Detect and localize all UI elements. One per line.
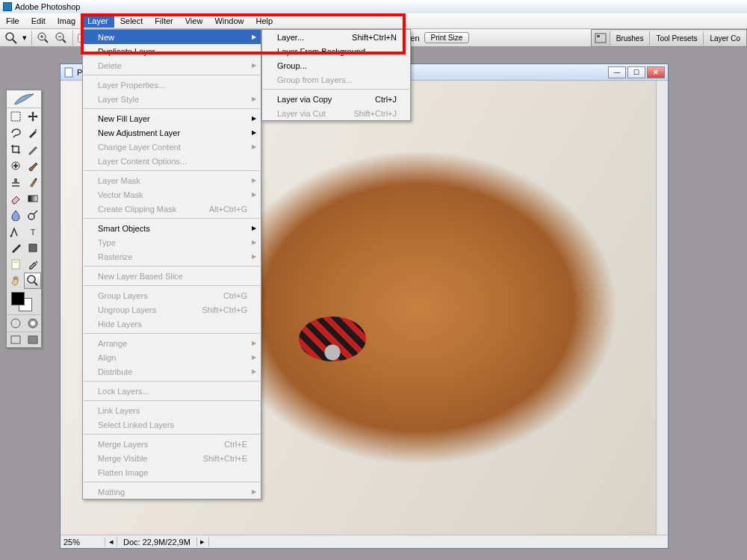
menuitem-align: Align▶	[83, 350, 261, 364]
history-tool[interactable]	[24, 174, 41, 190]
quickmask-mode-icon[interactable]	[24, 315, 41, 332]
stamp-tool[interactable]	[7, 174, 24, 190]
submenu-arrow-icon: ▶	[252, 368, 256, 375]
minimize-button[interactable]: —	[608, 66, 626, 78]
menu-edit[interactable]: Edit	[25, 14, 52, 28]
tool-dropdown-arrow-icon[interactable]: ▾	[22, 33, 27, 43]
svg-line-5	[45, 40, 48, 43]
menu-help[interactable]: Help	[250, 14, 279, 28]
menuitem-layer-content-options: Layer Content Options...	[83, 154, 261, 168]
crop-tool[interactable]	[7, 141, 24, 158]
menuitem-new[interactable]: New▶	[83, 30, 261, 44]
menuitem-group-from-layers: Group from Layers...	[262, 72, 410, 87]
foreground-color-swatch[interactable]	[11, 292, 25, 305]
menuitem-new-adjustment-layer[interactable]: New Adjustment Layer▶	[83, 125, 261, 140]
svg-point-29	[31, 321, 35, 326]
palette-icon[interactable]	[592, 31, 610, 46]
wand-tool[interactable]	[24, 125, 41, 141]
print-size-button[interactable]: Print Size	[424, 32, 470, 43]
eyedrop-tool[interactable]	[24, 256, 41, 273]
svg-rect-22	[29, 244, 37, 252]
menuitem-group[interactable]: Group...	[262, 58, 410, 72]
menuitem-merge-visible: Merge VisibleShift+Ctrl+E	[83, 451, 261, 465]
menu-divider	[84, 285, 260, 286]
move-tool[interactable]	[24, 108, 41, 125]
screen-mode-2-icon[interactable]	[24, 332, 41, 347]
svg-rect-30	[11, 336, 20, 343]
palette-tab-tool-presets[interactable]: Tool Presets	[649, 31, 703, 46]
document-size-info: Doc: 22,9M/22,9M	[117, 538, 197, 547]
svg-rect-23	[12, 260, 19, 269]
type-tool[interactable]: T	[24, 223, 41, 240]
menu-divider	[84, 482, 260, 482]
menu-file[interactable]: File	[0, 14, 25, 28]
screen-mode-1-icon[interactable]	[7, 332, 24, 347]
menu-view[interactable]: View	[179, 14, 209, 28]
menuitem-new-fill-layer[interactable]: New Fill Layer▶	[83, 111, 261, 125]
menuitem-layer-via-copy[interactable]: Layer via CopyCtrl+J	[262, 92, 410, 106]
menuitem-duplicate-layer[interactable]: Duplicate Layer...	[83, 44, 261, 58]
menuitem-layer[interactable]: Layer...Shift+Ctrl+N	[262, 30, 410, 44]
gradient-tool[interactable]	[24, 190, 41, 207]
standard-mode-icon[interactable]	[7, 315, 24, 332]
lasso-tool[interactable]	[7, 125, 24, 141]
notes-tool[interactable]	[7, 256, 24, 273]
menuitem-lock-layers: Lock Layers...	[83, 384, 261, 398]
menu-divider	[84, 170, 260, 171]
zoom-left-arrow-icon[interactable]: ◂	[105, 537, 117, 547]
shape-tool[interactable]	[24, 240, 41, 256]
svg-point-27	[11, 319, 20, 328]
menu-imag[interactable]: Imag	[52, 14, 81, 28]
blur-tool[interactable]	[7, 207, 24, 223]
status-bar: 25% ◂ Doc: 22,9M/22,9M ▸	[61, 535, 668, 548]
menuitem-smart-objects[interactable]: Smart Objects▶	[83, 221, 261, 235]
color-swatches[interactable]	[7, 289, 41, 314]
menuitem-hide-layers: Hide Layers	[83, 317, 261, 331]
hand-tool[interactable]	[7, 273, 24, 289]
palette-tab-layer-co[interactable]: Layer Co	[703, 31, 746, 46]
app-title: Adobe Photoshop	[15, 2, 80, 11]
svg-point-25	[28, 276, 35, 283]
dodge-tool[interactable]	[24, 207, 41, 223]
palette-tab-brushes[interactable]: Brushes	[610, 31, 650, 46]
submenu-arrow-icon: ▶	[252, 96, 256, 102]
right-palette-dock: BrushesTool PresetsLayer Co	[591, 29, 747, 47]
menu-divider	[84, 400, 260, 401]
brush-tool[interactable]	[24, 158, 41, 174]
menuitem-layer-from-background[interactable]: Layer From Background...	[262, 44, 410, 58]
zoom-in-icon[interactable]	[37, 31, 50, 45]
menuitem-new-layer-based-slice: New Layer Based Slice	[83, 269, 261, 283]
close-button[interactable]: ✕	[647, 66, 665, 78]
menu-filter[interactable]: Filter	[149, 14, 179, 28]
menu-window[interactable]: Window	[208, 14, 249, 28]
eraser-tool[interactable]	[7, 190, 24, 207]
healing-tool[interactable]	[7, 158, 24, 174]
slice-tool[interactable]	[24, 141, 41, 158]
svg-line-8	[63, 40, 66, 43]
vertical-scrollbar[interactable]	[656, 81, 668, 535]
submenu-arrow-icon: ▶	[252, 340, 256, 346]
submenu-arrow-icon: ▶	[252, 191, 256, 198]
menuitem-layer-properties: Layer Properties...	[83, 78, 261, 92]
info-arrow-icon[interactable]: ▸	[197, 537, 209, 547]
svg-point-12	[35, 129, 37, 131]
svg-point-0	[6, 33, 13, 40]
zoom-value[interactable]: 25%	[61, 538, 105, 547]
submenu-arrow-icon: ▶	[252, 488, 256, 495]
menuitem-group-layers: Group LayersCtrl+G	[83, 288, 261, 302]
submenu-arrow-icon: ▶	[252, 177, 256, 184]
maximize-button[interactable]: ☐	[627, 66, 645, 78]
menu-divider	[84, 75, 260, 75]
menuitem-merge-layers: Merge LayersCtrl+E	[83, 437, 261, 451]
svg-line-19	[34, 211, 37, 214]
menuitem-ungroup-layers: Ungroup LayersShift+Ctrl+G	[83, 302, 261, 317]
svg-text:T: T	[30, 228, 35, 237]
menuitem-vector-mask: Vector Mask▶	[83, 187, 261, 202]
menu-select[interactable]: Select	[114, 14, 149, 28]
menu-layer[interactable]: Layer	[81, 14, 114, 28]
pen-tool[interactable]	[7, 240, 24, 256]
path-tool[interactable]	[7, 223, 24, 240]
zoom-out-icon[interactable]	[55, 31, 68, 45]
marquee-tool[interactable]	[7, 108, 24, 125]
zoom-tool[interactable]	[24, 273, 41, 289]
